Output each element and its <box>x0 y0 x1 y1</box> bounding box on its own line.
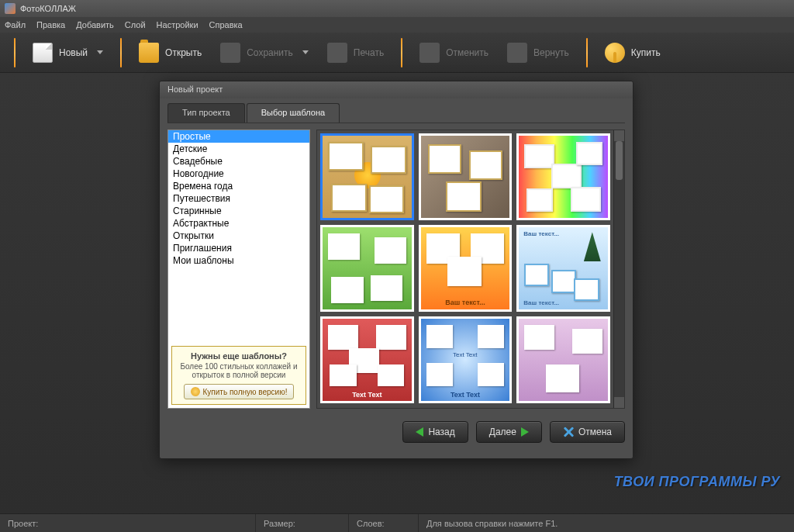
chevron-down-icon <box>97 50 103 54</box>
category-list[interactable]: Простые Детские Свадебные Новогодние Вре… <box>168 130 309 343</box>
template-thumb[interactable] <box>419 133 513 220</box>
toolbar-separator <box>120 38 122 67</box>
arrow-left-icon <box>416 427 423 437</box>
open-label: Открыть <box>165 47 202 58</box>
open-button[interactable]: Открыть <box>131 38 209 67</box>
scroll-up-button[interactable] <box>614 130 624 141</box>
template-thumb[interactable] <box>320 225 414 312</box>
scroll-thumb[interactable] <box>616 141 623 180</box>
category-item[interactable]: Новогодние <box>168 168 309 180</box>
category-item[interactable]: Старинные <box>168 205 309 217</box>
toolbar-separator <box>14 38 16 67</box>
app-title: ФотоКОЛЛАЖ <box>20 4 76 13</box>
menu-edit[interactable]: Правка <box>36 20 65 29</box>
new-button[interactable]: Новый <box>25 38 111 67</box>
watermark: ТВОИ ПРОГРАММЫ РУ <box>614 474 780 490</box>
status-size: Размер: <box>256 514 349 532</box>
promo-box: Нужны еще шаблоны? Более 100 стильных ко… <box>171 346 306 405</box>
redo-label: Вернуть <box>533 47 569 58</box>
category-item[interactable]: Простые <box>168 130 309 143</box>
menu-file[interactable]: Файл <box>5 20 26 29</box>
template-thumb[interactable]: Ваш текст... Ваш текст... <box>516 225 610 312</box>
status-bar: Проект: Размер: Слоев: Для вызова справк… <box>0 513 794 532</box>
next-button[interactable]: Далее <box>476 421 542 443</box>
template-grid-wrap: Ваш текст... Ваш текст... Ваш текст... <box>316 130 625 409</box>
template-caption: Text Text <box>453 351 477 358</box>
toolbar-separator <box>586 38 588 67</box>
save-label: Сохранить <box>247 47 293 58</box>
category-item[interactable]: Мои шаблоны <box>168 254 309 267</box>
redo-icon <box>507 43 527 63</box>
title-bar: ФотоКОЛЛАЖ <box>0 0 794 17</box>
close-icon <box>563 427 574 437</box>
template-grid: Ваш текст... Ваш текст... Ваш текст... <box>317 130 613 408</box>
back-label: Назад <box>428 427 454 437</box>
template-caption: Ваш текст... <box>421 299 510 306</box>
tab-template[interactable]: Выбор шаблона <box>247 103 340 123</box>
promo-text: Более 100 стильных коллажей и открыток в… <box>177 362 301 379</box>
back-button[interactable]: Назад <box>402 421 468 443</box>
redo-button[interactable]: Вернуть <box>499 38 577 67</box>
print-button[interactable]: Печать <box>319 38 392 67</box>
toolbar-separator <box>401 38 402 67</box>
key-icon <box>605 43 625 63</box>
promo-title: Нужны еще шаблоны? <box>177 351 301 361</box>
dialog-tabs: Тип проекта Выбор шаблона <box>167 103 625 123</box>
template-scrollbar[interactable] <box>613 130 624 408</box>
template-thumb[interactable] <box>516 316 610 403</box>
next-label: Далее <box>489 427 516 437</box>
template-caption: Ваш текст... <box>523 230 559 237</box>
new-project-dialog: Новый проект Тип проекта Выбор шаблона П… <box>159 81 633 459</box>
save-button[interactable]: Сохранить <box>212 38 316 67</box>
template-thumb[interactable] <box>516 133 610 220</box>
template-caption: Ваш текст... <box>523 299 559 306</box>
menu-bar: Файл Правка Добавить Слой Настройки Спра… <box>0 17 794 33</box>
status-layers: Слоев: <box>349 514 419 532</box>
app-icon <box>5 3 16 14</box>
print-label: Печать <box>354 47 384 58</box>
template-thumb[interactable]: Ваш текст... <box>419 225 513 312</box>
buy-button[interactable]: Купить <box>597 38 668 67</box>
category-panel: Простые Детские Свадебные Новогодние Вре… <box>167 130 310 409</box>
buy-full-version-button[interactable]: Купить полную версию! <box>184 384 295 399</box>
menu-settings[interactable]: Настройки <box>157 20 198 29</box>
template-thumb[interactable] <box>320 133 414 220</box>
template-thumb[interactable]: Text Text <box>320 316 414 403</box>
category-item[interactable]: Приглашения <box>168 242 309 254</box>
category-item[interactable]: Путешествия <box>168 192 309 205</box>
status-project: Проект: <box>0 514 256 532</box>
key-icon <box>191 387 200 396</box>
template-caption: Text Text <box>323 391 412 399</box>
undo-icon <box>419 43 440 63</box>
printer-icon <box>327 43 347 63</box>
scroll-down-button[interactable] <box>614 397 624 408</box>
menu-layer[interactable]: Слой <box>125 20 146 29</box>
category-item[interactable]: Абстрактные <box>168 217 309 230</box>
cancel-label: Отмена <box>578 427 612 437</box>
arrow-right-icon <box>521 427 529 437</box>
template-thumb[interactable]: Text Text Text Text <box>419 316 513 403</box>
template-caption: Text Text <box>421 391 510 399</box>
category-item[interactable]: Открытки <box>168 230 309 242</box>
new-file-icon <box>33 43 53 63</box>
save-icon <box>220 43 240 63</box>
status-help-hint: Для вызова справки нажмите F1. <box>419 514 794 532</box>
dialog-title: Новый проект <box>160 81 633 98</box>
buy-label: Купить <box>631 47 661 58</box>
menu-help[interactable]: Справка <box>209 20 243 29</box>
cancel-button[interactable]: Отмена <box>550 421 625 443</box>
dialog-buttons: Назад Далее Отмена <box>160 413 633 451</box>
workspace: Новый проект Тип проекта Выбор шаблона П… <box>0 73 794 513</box>
category-item[interactable]: Детские <box>168 143 309 155</box>
promo-button-label: Купить полную версию! <box>203 388 288 396</box>
chevron-down-icon <box>302 50 309 54</box>
undo-label: Отменить <box>446 47 488 58</box>
undo-button[interactable]: Отменить <box>412 38 496 67</box>
folder-open-icon <box>139 43 159 63</box>
category-item[interactable]: Времена года <box>168 180 309 192</box>
tab-project-type[interactable]: Тип проекта <box>167 103 245 123</box>
menu-add[interactable]: Добавить <box>76 20 114 29</box>
toolbar: Новый Открыть Сохранить Печать Отменить … <box>0 33 794 73</box>
category-item[interactable]: Свадебные <box>168 155 309 168</box>
new-label: Новый <box>59 47 88 58</box>
